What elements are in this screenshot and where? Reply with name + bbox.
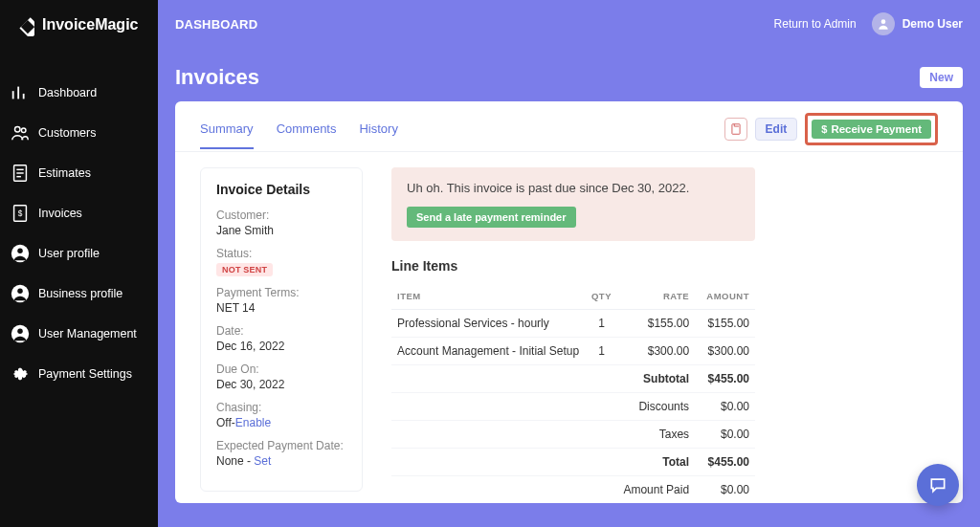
line-items-heading: Line Items: [391, 258, 755, 274]
gear-icon: [10, 363, 31, 384]
sidebar-item-label: User Management: [38, 327, 137, 340]
sidebar-item-label: Estimates: [38, 166, 91, 180]
sidebar-item-user-management[interactable]: User Management: [0, 314, 158, 354]
date-value: Dec 16, 2022: [216, 340, 346, 353]
svg-rect-20: [731, 124, 739, 135]
total-row: Total $455.00: [391, 449, 755, 476]
line-items-table: ITEM QTY RATE AMOUNT Professional Servic…: [391, 283, 755, 503]
terms-label: Payment Terms:: [216, 286, 346, 299]
chat-fab[interactable]: [917, 464, 959, 506]
topbar-title: DASHBOARD: [175, 17, 257, 32]
svg-point-14: [17, 249, 23, 254]
sidebar-item-label: User profile: [38, 247, 100, 260]
table-row: Account Management - Initial Setup 1 $30…: [391, 338, 755, 365]
new-button[interactable]: New: [920, 67, 963, 88]
receive-label: Receive Payment: [831, 123, 922, 135]
page-title: Invoices: [175, 65, 920, 90]
pdf-button[interactable]: [724, 118, 747, 141]
svg-point-6: [21, 128, 26, 133]
tab-history[interactable]: History: [359, 116, 397, 149]
bars-icon: [10, 82, 31, 103]
status-label: Status:: [216, 247, 346, 260]
svg-point-19: [880, 19, 885, 24]
svg-point-5: [15, 127, 21, 133]
expected-prefix: None -: [216, 454, 254, 468]
main: Invoices New Summary Comments History Ed…: [158, 48, 980, 527]
terms-value: NET 14: [216, 301, 346, 315]
expected-label: Expected Payment Date:: [216, 439, 346, 452]
brand-logo[interactable]: InvoiceMagic: [0, 0, 158, 55]
past-due-alert: Uh oh. This invoice is past due since De…: [391, 167, 755, 241]
svg-point-16: [17, 289, 23, 295]
customer-label: Customer:: [216, 209, 346, 222]
dollar-icon: $: [821, 123, 827, 135]
subtotal-row: Subtotal $455.00: [391, 365, 755, 393]
user-icon: [877, 17, 890, 31]
invoice-details-panel: Invoice Details Customer: Jane Smith Sta…: [200, 167, 363, 492]
return-to-admin-link[interactable]: Return to Admin: [774, 17, 857, 31]
date-label: Date:: [216, 324, 346, 338]
sidebar-item-estimates[interactable]: Estimates: [0, 153, 158, 193]
users-icon: [10, 122, 31, 143]
topbar: DASHBOARD Return to Admin Demo User: [158, 0, 980, 48]
sidebar-item-label: Business profile: [38, 287, 122, 300]
sidebar-item-customers[interactable]: Customers: [0, 113, 158, 153]
sidebar-item-payment-settings[interactable]: Payment Settings: [0, 354, 158, 394]
tab-summary[interactable]: Summary: [200, 116, 254, 149]
status-badge: NOT SENT: [216, 263, 273, 276]
username: Demo User: [902, 17, 963, 31]
send-reminder-button[interactable]: Send a late payment reminder: [407, 207, 576, 228]
invoice-icon: $: [10, 203, 31, 224]
sidebar-item-user-profile[interactable]: User profile: [0, 233, 158, 274]
chasing-label: Chasing:: [216, 401, 346, 414]
tab-comments[interactable]: Comments: [277, 116, 337, 149]
col-qty: QTY: [586, 283, 617, 310]
customer-link[interactable]: Jane Smith: [216, 224, 346, 237]
sidebar-item-label: Dashboard: [38, 86, 97, 99]
sidebar-item-label: Payment Settings: [38, 367, 132, 381]
col-amount: AMOUNT: [695, 283, 755, 310]
sidebar-item-invoices[interactable]: $ Invoices: [0, 193, 158, 233]
pdf-icon: [729, 122, 743, 136]
sidebar-item-label: Customers: [38, 126, 96, 140]
expected-set-link[interactable]: Set: [254, 454, 271, 468]
doc-icon: [10, 163, 31, 184]
edit-button[interactable]: Edit: [755, 118, 798, 141]
due-value: Dec 30, 2022: [216, 378, 346, 391]
svg-text:$: $: [18, 209, 23, 218]
col-rate: RATE: [617, 283, 695, 310]
diamond-icon: [11, 13, 34, 36]
details-heading: Invoice Details: [216, 182, 346, 197]
col-item: ITEM: [391, 283, 586, 310]
user-circle-icon: [10, 283, 31, 304]
sidebar: InvoiceMagic Dashboard Customers Estimat…: [0, 0, 158, 527]
due-label: Due On:: [216, 362, 346, 376]
sidebar-item-business-profile[interactable]: Business profile: [0, 274, 158, 314]
user-circle-icon: [10, 243, 31, 264]
table-row: Professional Services - hourly 1 $155.00…: [391, 310, 755, 338]
chasing-prefix: Off-: [216, 416, 235, 429]
chasing-enable-link[interactable]: Enable: [235, 416, 271, 429]
sidebar-item-dashboard[interactable]: Dashboard: [0, 73, 158, 113]
brand-text: InvoiceMagic: [42, 16, 138, 33]
svg-point-18: [17, 329, 23, 335]
chat-icon: [928, 475, 947, 494]
user-circle-icon: [10, 323, 31, 344]
invoice-card: Summary Comments History Edit $ Receive …: [175, 101, 963, 503]
alert-text: Uh oh. This invoice is past due since De…: [407, 181, 740, 195]
receive-payment-button[interactable]: $ Receive Payment: [812, 120, 931, 139]
amount-paid-row: Amount Paid $0.00: [391, 476, 755, 504]
taxes-row: Taxes $0.00: [391, 421, 755, 449]
sidebar-item-label: Invoices: [38, 207, 82, 220]
discounts-row: Discounts $0.00: [391, 393, 755, 421]
avatar[interactable]: [872, 12, 895, 35]
receive-highlight: $ Receive Payment: [805, 113, 938, 145]
